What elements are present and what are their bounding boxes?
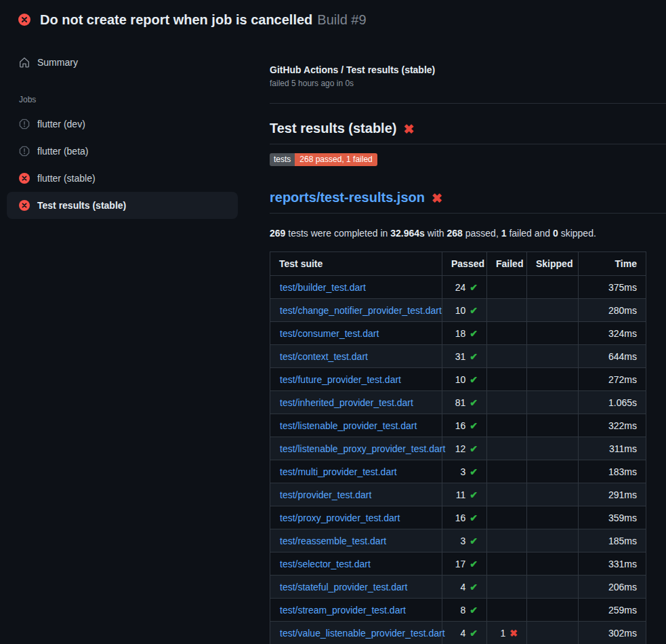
results-table: Test suitePassedFailedSkippedTime test/b… (270, 251, 646, 644)
job-label: flutter (stable) (37, 173, 96, 184)
table-row: test/listenable_provider_test.dart16✔322… (270, 414, 646, 437)
x-circle-fill-icon (19, 173, 30, 184)
suite-link[interactable]: test/provider_test.dart (280, 489, 371, 500)
suite-link[interactable]: test/listenable_provider_test.dart (280, 420, 417, 431)
failed-cell (487, 576, 527, 599)
x-icon: ✖ (509, 628, 518, 639)
suite-cell: test/context_test.dart (270, 345, 442, 368)
sidebar-summary-label: Summary (37, 57, 78, 68)
sidebar-item-summary[interactable]: Summary (19, 54, 270, 71)
suite-link[interactable]: test/stream_provider_test.dart (280, 605, 406, 616)
suite-cell: test/future_provider_test.dart (270, 368, 442, 391)
time-cell: 185ms (579, 529, 646, 552)
table-row: test/selector_test.dart17✔331ms (270, 552, 646, 576)
suite-link[interactable]: test/consumer_test.dart (280, 328, 379, 339)
failed-cell: 1✖ (487, 622, 527, 644)
report-file-link[interactable]: reports/test-results.json (270, 190, 425, 205)
suite-cell: test/inherited_provider_test.dart (270, 391, 442, 414)
badge-label: tests (270, 153, 295, 166)
passed-cell: 8✔ (442, 599, 487, 622)
stop-icon (19, 119, 30, 129)
check-icon: ✔ (470, 536, 478, 546)
skipped-cell (527, 276, 579, 299)
suite-link[interactable]: test/listenable_proxy_provider_test.dart (280, 443, 445, 454)
table-row: test/listenable_proxy_provider_test.dart… (270, 437, 646, 460)
table-row: test/value_listenable_provider_test.dart… (270, 622, 646, 644)
jobs-section-label: Jobs (19, 95, 270, 104)
suite-link[interactable]: test/inherited_provider_test.dart (280, 397, 413, 408)
time-cell: 206ms (579, 576, 646, 599)
skipped-cell (527, 414, 579, 437)
table-row: test/multi_provider_test.dart3✔183ms (270, 460, 646, 483)
passed-cell: 24✔ (442, 276, 487, 299)
passed-cell: 10✔ (442, 299, 487, 322)
passed-cell: 4✔ (442, 576, 487, 599)
skipped-cell (527, 299, 579, 322)
skipped-cell (527, 368, 579, 391)
passed-cell: 18✔ (442, 322, 487, 345)
check-run-page: Do not create report when job is cancell… (0, 0, 666, 644)
skipped-cell (527, 460, 579, 483)
suite-link[interactable]: test/change_notifier_provider_test.dart (280, 305, 442, 316)
suite-cell: test/listenable_provider_test.dart (270, 414, 442, 437)
time-cell: 183ms (579, 460, 646, 483)
col-header-skipped: Skipped (527, 252, 579, 276)
suite-link[interactable]: test/stateful_provider_test.dart (280, 582, 407, 592)
failed-cell (487, 322, 527, 345)
skipped-cell (527, 322, 579, 345)
suite-link[interactable]: test/reassemble_test.dart (280, 536, 386, 546)
time-cell: 322ms (579, 414, 646, 437)
stop-icon (19, 146, 30, 157)
suite-cell: test/multi_provider_test.dart (270, 460, 442, 483)
main-content: GitHub Actions / Test results (stable) f… (270, 38, 666, 644)
skipped-cell (527, 506, 579, 529)
cross-mark-icon: ✖ (403, 123, 414, 136)
time-cell: 302ms (579, 622, 646, 644)
skipped-cell (527, 345, 579, 368)
time-cell: 324ms (579, 322, 646, 345)
table-row: test/provider_test.dart11✔291ms (270, 483, 646, 506)
time-cell: 359ms (579, 506, 646, 529)
table-row: test/stream_provider_test.dart8✔259ms (270, 599, 646, 622)
suite-link[interactable]: test/builder_test.dart (280, 282, 366, 293)
section-title-text: Test results (stable) (270, 121, 396, 136)
table-header-row: Test suitePassedFailedSkippedTime (270, 252, 646, 276)
suite-link[interactable]: test/multi_provider_test.dart (280, 466, 397, 477)
suite-link[interactable]: test/context_test.dart (280, 351, 368, 362)
failed-cell (487, 345, 527, 368)
passed-cell: 10✔ (442, 368, 487, 391)
build-number: Build #9 (317, 12, 366, 27)
suite-link[interactable]: test/value_listenable_provider_test.dart (280, 628, 445, 639)
failed-cell (487, 460, 527, 483)
job-label: Test results (stable) (37, 200, 126, 211)
sidebar-item-test-results-stable[interactable]: Test results (stable) (7, 192, 238, 219)
check-icon: ✔ (470, 420, 478, 431)
x-circle-fill-icon (18, 14, 30, 26)
suite-cell: test/proxy_provider_test.dart (270, 506, 442, 529)
table-row: test/stateful_provider_test.dart4✔206ms (270, 576, 646, 599)
skipped-cell (527, 437, 579, 460)
x-circle-fill-icon (19, 200, 30, 211)
table-row: test/future_provider_test.dart10✔272ms (270, 368, 646, 391)
suite-link[interactable]: test/future_provider_test.dart (280, 374, 401, 385)
passed-cell: 3✔ (442, 529, 487, 552)
badge-value: 268 passed, 1 failed (295, 153, 377, 166)
table-row: test/inherited_provider_test.dart81✔1.06… (270, 391, 646, 414)
suite-link[interactable]: test/selector_test.dart (280, 559, 371, 569)
sidebar-item-flutter-stable[interactable]: flutter (stable) (0, 165, 270, 192)
suite-cell: test/change_notifier_provider_test.dart (270, 299, 442, 322)
suite-cell: test/stream_provider_test.dart (270, 599, 442, 622)
failed-cell (487, 391, 527, 414)
time-cell: 311ms (579, 437, 646, 460)
check-icon: ✔ (470, 512, 478, 523)
sidebar-item-flutter-dev[interactable]: flutter (dev) (0, 110, 270, 138)
passed-cell: 16✔ (442, 414, 487, 437)
summary-line: 269 tests were completed in 32.964s with… (270, 228, 666, 239)
sidebar-item-flutter-beta[interactable]: flutter (beta) (0, 138, 270, 165)
passed-cell: 17✔ (442, 552, 487, 576)
breadcrumb: GitHub Actions / Test results (stable) (270, 64, 666, 75)
suite-link[interactable]: test/proxy_provider_test.dart (280, 512, 400, 523)
section-title: Test results (stable) ✖ (270, 121, 666, 144)
table-row: test/change_notifier_provider_test.dart1… (270, 299, 646, 322)
job-label: flutter (dev) (37, 119, 85, 129)
